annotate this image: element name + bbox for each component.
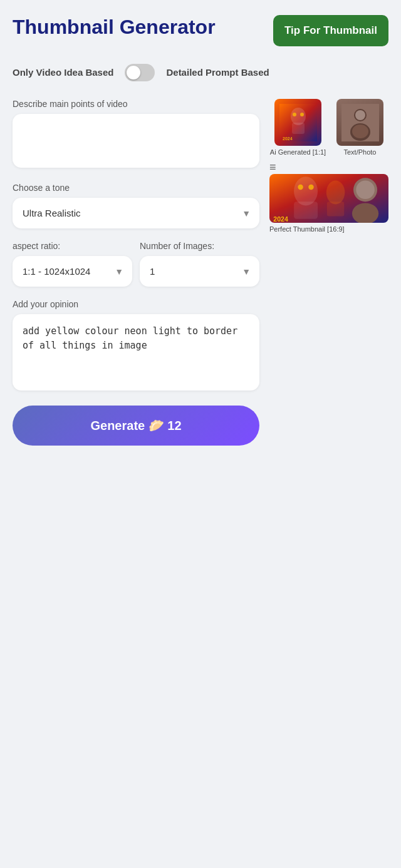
images-select[interactable]: 1 2 3 4 [140, 256, 259, 287]
svg-text:2024: 2024 [283, 136, 293, 141]
aspect-select-wrapper: 1:1 - 1024x1024 16:9 - 1792x1024 9:16 - … [13, 256, 132, 287]
describe-input[interactable] [13, 114, 259, 168]
page-title: Thumbnail Generator [13, 15, 216, 39]
wide-thumb-image: 2024 [269, 174, 388, 223]
ai-thumb-image: 2024 [274, 99, 321, 146]
person-thumb-image [336, 99, 383, 146]
svg-rect-21 [327, 202, 344, 216]
opinion-label: Add your opinion [13, 299, 259, 309]
left-panel: Describe main points of video Choose a t… [13, 99, 259, 446]
header-row: Thumbnail Generator Tip For Thumbnail [13, 15, 388, 46]
images-group: Number of Images: 1 2 3 4 ▼ [140, 241, 259, 287]
tone-select-wrapper: Ultra Realistic Cinematic Cartoon Minima… [13, 198, 259, 228]
person-thumb-label: Text/Photo [344, 148, 377, 156]
mode-toggle-section: Only Video Idea Based Detailed Prompt Ba… [13, 64, 388, 81]
wide-thumb-item: 2024 Perfect Thumbnail [16:9] [269, 174, 388, 233]
aspect-group: aspect ratio: 1:1 - 1024x1024 16:9 - 179… [13, 241, 132, 287]
aspect-select[interactable]: 1:1 - 1024x1024 16:9 - 1792x1024 9:16 - … [13, 256, 132, 287]
images-label: Number of Images: [140, 241, 259, 251]
combine-area: ≡ [269, 161, 388, 174]
describe-group: Describe main points of video [13, 99, 259, 170]
describe-label: Describe main points of video [13, 99, 259, 109]
svg-rect-2 [292, 123, 305, 134]
svg-rect-13 [294, 202, 318, 218]
svg-point-20 [326, 181, 345, 205]
ai-thumb-item: 2024 Ai Generated [1:1] [269, 99, 326, 156]
person-thumb-svg [341, 104, 379, 141]
aspect-label: aspect ratio: [13, 241, 132, 251]
ai-thumb-svg: 2024 [279, 104, 317, 141]
images-select-wrapper: 1 2 3 4 ▼ [140, 256, 259, 287]
person-thumb-bg [336, 99, 383, 146]
tone-label: Choose a tone [13, 183, 259, 193]
right-panel: 2024 Ai Generated [1:1] [269, 99, 388, 233]
svg-point-18 [356, 181, 375, 200]
toggle-track[interactable] [125, 64, 155, 81]
svg-point-1 [291, 108, 306, 125]
ai-thumb-label: Ai Generated [1:1] [270, 148, 326, 156]
svg-point-10 [352, 125, 368, 138]
opinion-group: Add your opinion add yellow colour neon … [13, 299, 259, 393]
svg-point-15 [298, 185, 303, 190]
opinion-input[interactable]: add yellow colour neon light to border o… [13, 314, 259, 391]
svg-point-5 [300, 113, 304, 116]
toggle-right-label: Detailed Prompt Based [166, 66, 269, 79]
ratio-images-row: aspect ratio: 1:1 - 1024x1024 16:9 - 179… [13, 241, 259, 287]
tone-group: Choose a tone Ultra Realistic Cinematic … [13, 183, 259, 228]
tip-button[interactable]: Tip For Thumbnail [273, 15, 388, 46]
equals-icon: ≡ [269, 161, 276, 174]
wide-thumb-svg: 2024 [269, 174, 388, 223]
svg-point-16 [308, 185, 313, 190]
generate-button[interactable]: Generate 🥟 12 [13, 406, 259, 446]
toggle-thumb [127, 66, 140, 79]
ai-thumb-bg: 2024 [274, 99, 321, 146]
main-content: Describe main points of video Choose a t… [13, 99, 388, 446]
svg-point-12 [294, 176, 318, 205]
toggle-left-label: Only Video Idea Based [13, 66, 113, 79]
svg-point-4 [293, 113, 296, 116]
svg-point-9 [355, 110, 365, 120]
person-thumb-item: Text/Photo [331, 99, 388, 156]
mode-toggle[interactable] [125, 64, 155, 81]
svg-text:2024: 2024 [273, 215, 288, 223]
tone-select[interactable]: Ultra Realistic Cinematic Cartoon Minima… [13, 198, 259, 228]
thumbnail-top-grid: 2024 Ai Generated [1:1] [269, 99, 388, 156]
wide-thumb-label: Perfect Thumbnail [16:9] [269, 225, 345, 233]
